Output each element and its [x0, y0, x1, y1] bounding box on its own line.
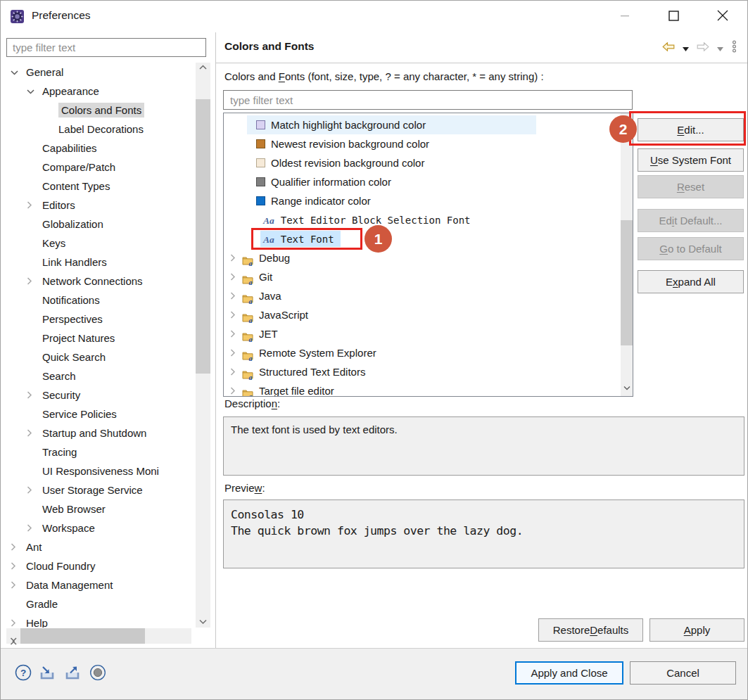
chevron-right-icon[interactable] [230, 362, 236, 381]
sidebar-item-editors[interactable]: Editors [1, 196, 196, 215]
list-item-oldest-revision-background-color[interactable]: Oldest revision background color [224, 153, 621, 172]
sidebar-item-project-natures[interactable]: Project Natures [1, 329, 196, 348]
chevron-right-icon[interactable] [230, 248, 236, 267]
chevron-right-icon[interactable] [27, 424, 32, 443]
back-history-dropdown-icon[interactable] [683, 42, 689, 53]
sidebar-item-web-browser[interactable]: Web Browser [1, 499, 196, 518]
sidebar-item-capabilities[interactable]: Capabilities [1, 139, 196, 158]
sidebar-item-content-types[interactable]: Content Types [1, 177, 196, 196]
maximize-button[interactable] [656, 1, 691, 30]
sidebar-horizontal-scrollbar[interactable] [6, 628, 191, 644]
list-category-java[interactable]: a Java [224, 286, 621, 305]
chevron-right-icon[interactable] [230, 305, 236, 324]
list-item-range-indicator-color[interactable]: Range indicator color [224, 191, 621, 210]
sidebar-item-globalization[interactable]: Globalization [1, 215, 196, 234]
chevron-down-icon[interactable] [11, 63, 18, 82]
svg-text:a: a [249, 355, 253, 361]
scroll-up-icon[interactable] [196, 65, 210, 70]
list-item-qualifier-information-color[interactable]: Qualifier information color [224, 172, 621, 191]
back-arrow-icon[interactable] [662, 42, 675, 53]
view-menu-icon[interactable] [731, 40, 737, 55]
import-preferences-icon[interactable] [39, 666, 57, 682]
sidebar-item-appearance[interactable]: Appearance [1, 82, 196, 101]
sidebar-hscrollbar-thumb[interactable] [20, 628, 145, 644]
list-category-git[interactable]: a Git [224, 267, 621, 286]
chevron-right-icon[interactable] [11, 556, 16, 575]
chevron-right-icon[interactable] [230, 267, 236, 286]
chevron-right-icon[interactable] [27, 386, 32, 405]
chevron-down-icon[interactable] [27, 82, 34, 101]
sidebar-item-network-connections[interactable]: Network Connections [1, 272, 196, 291]
sidebar-item-cloud-foundry[interactable]: Cloud Foundry [1, 556, 196, 575]
color-swatch-icon [256, 196, 265, 205]
chevron-right-icon[interactable] [27, 518, 32, 537]
scroll-down-icon[interactable] [621, 386, 633, 390]
list-category-remote-system-explorer[interactable]: a Remote System Explorer [224, 343, 621, 362]
sidebar-item-ant[interactable]: Ant [1, 537, 196, 556]
list-item-match-highlight-background-color[interactable]: Match highlight background color [224, 115, 621, 134]
minimize-button[interactable] [607, 1, 642, 30]
sidebar-item-keys[interactable]: Keys [1, 234, 196, 253]
sidebar-item-quick-search[interactable]: Quick Search [1, 348, 196, 367]
chevron-right-icon[interactable] [230, 343, 236, 362]
sidebar-item-tracing[interactable]: Tracing [1, 443, 196, 462]
chevron-right-icon[interactable] [230, 286, 236, 305]
chevron-right-icon[interactable] [27, 196, 32, 215]
list-category-javascript[interactable]: a JavaScript [224, 305, 621, 324]
list-item-text-editor-block-selection-font[interactable]: AaText Editor Block Selection Font [224, 210, 621, 229]
chevron-right-icon[interactable] [27, 272, 32, 291]
sidebar-item-security[interactable]: Security [1, 386, 196, 405]
svg-text:a: a [249, 336, 253, 342]
sidebar-vertical-scrollbar[interactable] [196, 63, 210, 628]
sidebar-item-search[interactable]: Search [1, 367, 196, 386]
titlebar: Preferences [1, 1, 747, 32]
list-category-jet[interactable]: a JET [224, 324, 621, 343]
chevron-right-icon[interactable] [11, 537, 16, 556]
sidebar-item-startup-and-shutdown[interactable]: Startup and Shutdown [1, 424, 196, 443]
scroll-down-icon[interactable] [196, 619, 210, 625]
list-category-debug[interactable]: a Debug [224, 248, 621, 267]
sidebar-item-gradle[interactable]: Gradle [1, 594, 196, 613]
svg-text:?: ? [20, 668, 26, 678]
list-category-structured-text-editors[interactable]: a Structured Text Editors [224, 362, 621, 381]
color-swatch-icon [256, 120, 265, 129]
chevron-right-icon[interactable] [27, 481, 32, 499]
sidebar-item-perspectives[interactable]: Perspectives [1, 310, 196, 329]
colors-fonts-filter-input[interactable] [223, 90, 633, 110]
list-category-target-file-editor[interactable]: a Target file editor [224, 381, 621, 397]
close-icon [717, 10, 728, 21]
chevron-right-icon[interactable] [11, 613, 16, 628]
sidebar-item-service-policies[interactable]: Service Policies [1, 405, 196, 424]
sidebar-item-label-decorations[interactable]: Label Decorations [1, 120, 196, 139]
apply-button[interactable]: Apply [649, 618, 744, 642]
apply-and-close-button[interactable]: Apply and Close [515, 661, 623, 685]
sidebar-item-user-storage-service[interactable]: User Storage Service [1, 481, 196, 499]
list-item-newest-revision-background-color[interactable]: Newest revision background color [224, 134, 621, 153]
sidebar-item-help[interactable]: Help [1, 613, 196, 628]
list-vertical-scrollbar[interactable] [621, 113, 633, 396]
sidebar-item-ui-responsiveness-moni[interactable]: UI Responsiveness Moni [1, 462, 196, 481]
reset-button: Reset [638, 175, 744, 198]
restore-defaults-button[interactable]: Restore Defaults [538, 618, 643, 642]
sidebar-item-compare-patch[interactable]: Compare/Patch [1, 158, 196, 177]
sidebar-item-workspace[interactable]: Workspace [1, 518, 196, 537]
use-system-font-button[interactable]: Use System Font [638, 148, 744, 172]
preference-recorder-icon[interactable] [89, 664, 106, 683]
sidebar-scrollbar-thumb[interactable] [196, 99, 210, 374]
chevron-right-icon[interactable] [230, 324, 236, 343]
close-button[interactable] [705, 1, 740, 30]
sidebar-item-colors-and-fonts[interactable]: Colors and Fonts [1, 101, 196, 120]
sidebar-item-general[interactable]: General [1, 63, 196, 82]
sidebar-item-notifications[interactable]: Notifications [1, 291, 196, 310]
sidebar-filter-input[interactable] [6, 38, 206, 57]
help-icon[interactable]: ? [15, 664, 32, 683]
export-preferences-icon[interactable] [64, 666, 82, 682]
chevron-right-icon[interactable] [11, 575, 16, 594]
expand-all-button[interactable]: Expand All [638, 270, 744, 293]
list-scrollbar-thumb[interactable] [621, 220, 633, 345]
chevron-right-icon[interactable] [230, 381, 236, 397]
scroll-right-icon[interactable] [6, 633, 19, 649]
cancel-button[interactable]: Cancel [630, 661, 736, 685]
sidebar-item-data-management[interactable]: Data Management [1, 575, 196, 594]
sidebar-item-link-handlers[interactable]: Link Handlers [1, 253, 196, 272]
